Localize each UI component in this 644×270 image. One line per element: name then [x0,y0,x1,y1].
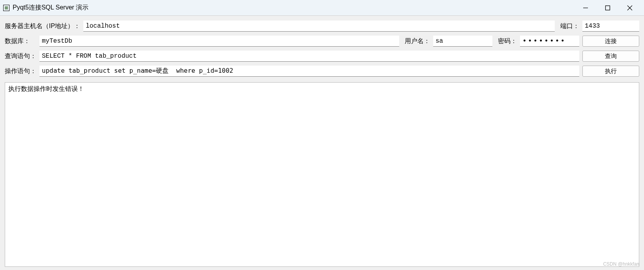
svg-rect-1 [606,6,610,10]
query-label: 查询语句： [5,52,36,60]
password-label: 密码： [498,37,517,45]
operation-input[interactable] [39,66,579,77]
database-input[interactable] [39,36,399,47]
port-label: 端口： [560,22,579,30]
window: Pyqt5连接SQL Server 演示 服务器主机名（IP地址）： 端口： 数… [0,0,644,270]
execute-button[interactable]: 执行 [582,66,639,77]
client-area: 服务器主机名（IP地址）： 端口： 数据库： 用户名： 密码： 连接 查询语句：… [0,16,644,270]
window-title: Pyqt5连接SQL Server 演示 [13,4,88,12]
row-operation: 操作语句： 执行 [5,66,639,77]
database-label: 数据库： [5,37,36,45]
query-input[interactable] [39,51,579,62]
output-area[interactable]: 执行数据操作时发生错误！ [5,82,639,267]
host-label: 服务器主机名（IP地址）： [5,22,80,30]
window-controls [575,0,641,16]
username-input[interactable] [433,36,492,47]
close-button[interactable] [619,0,641,16]
operation-label: 操作语句： [5,67,36,76]
output-text: 执行数据操作时发生错误！ [8,85,84,92]
username-label: 用户名： [405,37,430,45]
port-input[interactable] [582,21,639,32]
minimize-button[interactable] [575,0,597,16]
maximize-button[interactable] [597,0,619,16]
row-database: 数据库： 用户名： 密码： 连接 [5,36,639,47]
connect-button[interactable]: 连接 [582,36,639,47]
row-server: 服务器主机名（IP地址）： 端口： [5,21,639,32]
titlebar[interactable]: Pyqt5连接SQL Server 演示 [0,0,644,16]
row-query: 查询语句： 查询 [5,51,639,62]
query-button[interactable]: 查询 [582,51,639,62]
host-input[interactable] [83,21,555,32]
app-icon [3,5,9,11]
password-input[interactable] [520,36,579,47]
